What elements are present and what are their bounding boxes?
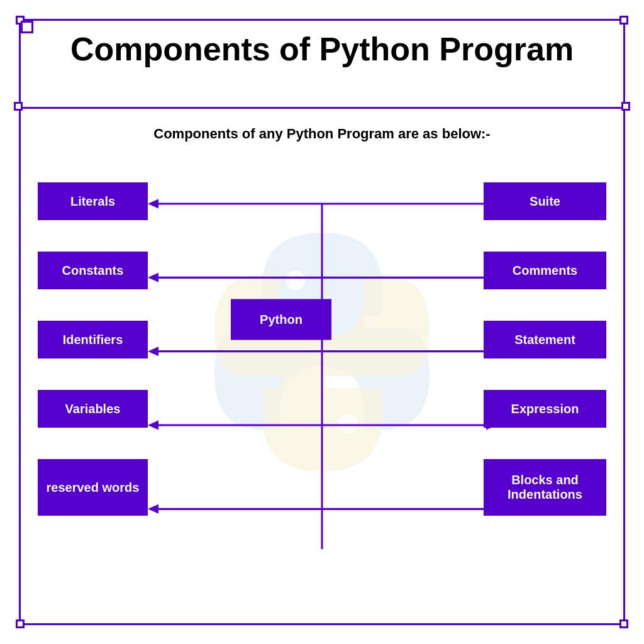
svg-marker-16 xyxy=(148,273,158,282)
svg-marker-17 xyxy=(148,347,158,356)
corner-tl xyxy=(16,16,25,25)
box-reserved: reserved words xyxy=(38,459,148,516)
box-expression: Expression xyxy=(484,390,606,428)
box-statement: Statement xyxy=(484,321,606,358)
svg-marker-18 xyxy=(148,421,158,430)
lines-svg xyxy=(38,164,606,606)
corner-bl xyxy=(16,619,25,628)
box-constants: Constants xyxy=(38,252,148,289)
box-variables: Variables xyxy=(38,390,148,428)
corner-tr xyxy=(619,16,628,25)
title-area: Components of Python Program xyxy=(0,31,644,67)
svg-marker-15 xyxy=(148,199,158,209)
inner-border-line xyxy=(19,107,625,109)
corner-br xyxy=(619,619,628,628)
main-title: Components of Python Program xyxy=(0,31,644,67)
diagram: Python Literals Constants Identifiers Va… xyxy=(38,164,606,606)
inner-corner-right xyxy=(621,102,630,111)
box-identifiers: Identifiers xyxy=(38,321,148,358)
center-python-box: Python xyxy=(231,299,331,340)
box-literals: Literals xyxy=(38,182,148,220)
box-comments: Comments xyxy=(484,252,606,289)
box-suite: Suite xyxy=(484,182,606,220)
inner-corner-left xyxy=(14,102,23,111)
subtitle: Components of any Python Program are as … xyxy=(0,126,644,142)
svg-marker-19 xyxy=(148,504,158,514)
box-blocks: Blocks and Indentations xyxy=(484,459,606,516)
